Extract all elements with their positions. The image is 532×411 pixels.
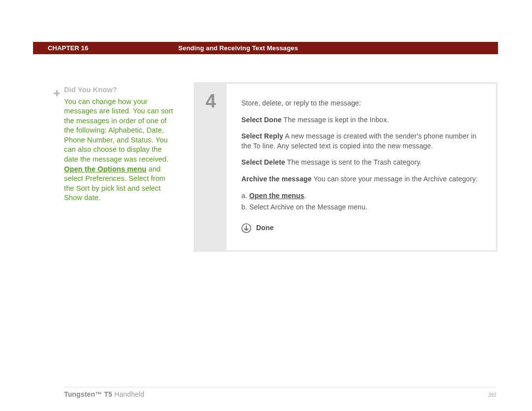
product-name-bold: Tungsten™ T5: [64, 390, 112, 398]
substep-a-prefix: a.: [241, 192, 249, 200]
done-arrow-icon: [241, 223, 251, 233]
chapter-header: CHAPTER 16 Sending and Receiving Text Me…: [33, 42, 498, 54]
sidebar-body: You can change how your messages are lis…: [64, 97, 177, 203]
done-label: Done: [256, 223, 274, 233]
done-row: Done: [241, 223, 481, 233]
option-delete-text: The message is sent to the Trash categor…: [285, 158, 422, 166]
option-delete: Select Delete The message is sent to the…: [241, 158, 481, 168]
options-menu-link[interactable]: Open the Options menu: [64, 165, 146, 173]
option-delete-label: Select Delete: [241, 158, 285, 166]
page-footer: Tungsten™ T5 Handheld 392: [64, 387, 497, 398]
step-intro: Store, delete, or reply to the message:: [241, 99, 481, 108]
option-done-label: Select Done: [241, 116, 282, 124]
option-archive-label: Archive the message: [241, 175, 312, 183]
sidebar-heading: Did You Know?: [54, 85, 177, 95]
sidebar-text-before: You can change how your messages are lis…: [64, 98, 173, 163]
option-done-text: The message is kept in the Inbox.: [282, 116, 389, 124]
archive-substeps: a. Open the menus. b. Select Archive on …: [241, 191, 481, 212]
step-content: Store, delete, or reply to the message: …: [227, 84, 496, 250]
sidebar-tip: Did You Know? You can change how your me…: [64, 85, 177, 203]
option-done: Select Done The message is kept in the I…: [241, 115, 481, 125]
chapter-title: Sending and Receiving Text Messages: [178, 44, 498, 52]
option-reply-label: Select Reply: [241, 132, 283, 140]
chapter-label: CHAPTER 16: [33, 44, 178, 52]
page-number: 392: [488, 392, 497, 398]
product-name: Tungsten™ T5 Handheld: [64, 390, 144, 398]
option-archive-text: You can store your message in the Archiv…: [312, 175, 478, 183]
step-number: 4: [195, 84, 227, 250]
substep-b: b. Select Archive on the Message menu.: [241, 203, 481, 212]
sidebar-heading-text: Did You Know?: [64, 85, 117, 95]
step-box: 4 Store, delete, or reply to the message…: [194, 82, 498, 252]
product-name-rest: Handheld: [112, 390, 144, 398]
substep-a-suffix: .: [304, 192, 306, 200]
option-reply: Select Reply A new message is created wi…: [241, 132, 481, 151]
option-archive: Archive the message You can store your m…: [241, 174, 481, 184]
open-menus-link[interactable]: Open the menus: [249, 192, 304, 200]
substep-a: a. Open the menus.: [241, 191, 481, 201]
